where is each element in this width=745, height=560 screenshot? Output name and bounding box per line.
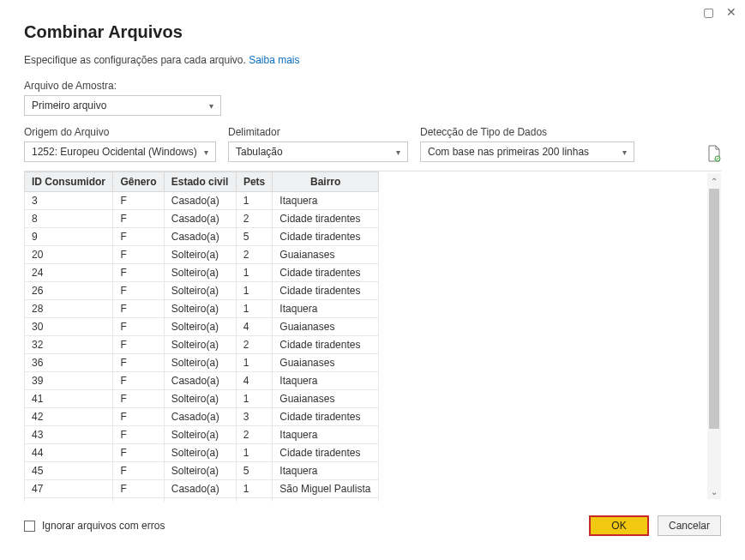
table-cell: 24 [25, 264, 113, 282]
table-cell: Guaianases [273, 246, 379, 264]
sample-file-label: Arquivo de Amostra: [24, 80, 721, 92]
chevron-down-icon: ▾ [396, 148, 400, 157]
table-cell: 1 [236, 192, 273, 210]
document-settings-icon[interactable] [707, 145, 721, 162]
maximize-icon[interactable]: ▢ [703, 5, 714, 19]
subtitle-text: Especifique as configurações para cada a… [24, 54, 246, 66]
table-cell: Casado(a) [164, 192, 236, 210]
table-row[interactable]: 47FCasado(a)1São Miguel Paulista [25, 480, 379, 498]
table-cell: F [113, 498, 164, 503]
table-cell: Itaquera [273, 462, 379, 480]
column-header[interactable]: ID Consumidor [25, 172, 113, 192]
table-row[interactable]: 32FSolteiro(a)2Cidade tiradentes [25, 336, 379, 354]
table-cell: 2 [236, 426, 273, 444]
table-row[interactable]: 43FSolteiro(a)2Itaquera [25, 426, 379, 444]
column-header[interactable]: Gênero [113, 172, 164, 192]
table-cell: F [113, 264, 164, 282]
preview-table: ID ConsumidorGêneroEstado civilPetsBairr… [24, 171, 721, 502]
table-cell: 41 [25, 390, 113, 408]
ok-button[interactable]: OK [589, 515, 649, 536]
table-row[interactable]: 41FSolteiro(a)1Guaianases [25, 390, 379, 408]
table-cell: Solteiro(a) [164, 246, 236, 264]
table-cell: 26 [25, 282, 113, 300]
table-cell: Solteiro(a) [164, 426, 236, 444]
delimiter-select[interactable]: Tabulação ▾ [228, 142, 408, 162]
table-cell: F [113, 210, 164, 228]
data-type-value: Com base nas primeiras 200 linhas [428, 146, 589, 158]
scrollbar-vertical[interactable]: ⌃ ⌄ [707, 173, 721, 499]
table-cell: Solteiro(a) [164, 444, 236, 462]
chevron-down-icon: ▾ [209, 101, 213, 111]
close-icon[interactable]: ✕ [726, 5, 736, 19]
table-cell: F [113, 336, 164, 354]
table-cell: 8 [25, 210, 113, 228]
table-cell: Casado(a) [164, 210, 236, 228]
scroll-up-icon[interactable]: ⌃ [707, 173, 721, 189]
table-row[interactable]: 26FSolteiro(a)1Cidade tiradentes [25, 282, 379, 300]
table-cell: Cidade tiradentes [273, 264, 379, 282]
table-cell: Casado(a) [164, 372, 236, 390]
table-cell: F [113, 462, 164, 480]
table-row[interactable]: 28FSolteiro(a)1Itaquera [25, 300, 379, 318]
chevron-down-icon: ▾ [204, 148, 208, 157]
table-row[interactable]: 39FCasado(a)4Itaquera [25, 372, 379, 390]
table-cell: F [113, 318, 164, 336]
table-cell: Itaquera [273, 372, 379, 390]
table-cell: Guaianases [273, 318, 379, 336]
table-cell: 1 [236, 444, 273, 462]
table-cell: Itaquera [273, 192, 379, 210]
table-cell: 36 [25, 354, 113, 372]
column-header[interactable]: Pets [236, 172, 273, 192]
table-cell: F [113, 408, 164, 426]
table-cell: Cidade tiradentes [273, 228, 379, 246]
table-cell: F [113, 372, 164, 390]
table-cell: F [113, 354, 164, 372]
scrollbar-track[interactable] [707, 189, 721, 484]
cancel-button[interactable]: Cancelar [658, 515, 721, 536]
table-cell: Solteiro(a) [164, 390, 236, 408]
checkbox-box[interactable] [24, 521, 35, 532]
table-cell: 45 [25, 462, 113, 480]
file-origin-select[interactable]: 1252: Europeu Ocidental (Windows) ▾ [24, 142, 216, 162]
table-cell: 47 [25, 480, 113, 498]
table-row[interactable]: 45FSolteiro(a)5Itaquera [25, 462, 379, 480]
table-cell: 2 [236, 210, 273, 228]
table-row[interactable]: 3FCasado(a)1Itaquera [25, 192, 379, 210]
dialog-title: Combinar Arquivos [24, 22, 721, 42]
table-cell: Cidade tiradentes [273, 282, 379, 300]
table-cell: 2 [236, 246, 273, 264]
table-row[interactable]: 48FCasado(a)1São Miguel Paulista [25, 498, 379, 503]
column-header[interactable]: Estado civil [164, 172, 236, 192]
table-row[interactable]: 8FCasado(a)2Cidade tiradentes [25, 210, 379, 228]
column-header[interactable]: Bairro [273, 172, 379, 192]
table-cell: Guaianases [273, 354, 379, 372]
scroll-down-icon[interactable]: ⌄ [707, 484, 721, 499]
learn-more-link[interactable]: Saiba mais [249, 54, 299, 66]
table-row[interactable]: 24FSolteiro(a)1Cidade tiradentes [25, 264, 379, 282]
table-row[interactable]: 9FCasado(a)5Cidade tiradentes [25, 228, 379, 246]
sample-file-value: Primeiro arquivo [32, 99, 106, 111]
table-row[interactable]: 30FSolteiro(a)4Guaianases [25, 318, 379, 336]
ignore-errors-checkbox[interactable]: Ignorar arquivos com erros [24, 520, 165, 532]
table-cell: 4 [236, 318, 273, 336]
scrollbar-thumb[interactable] [709, 189, 719, 429]
table-cell: F [113, 282, 164, 300]
table-cell: 1 [236, 480, 273, 498]
table-cell: Solteiro(a) [164, 462, 236, 480]
table-row[interactable]: 44FSolteiro(a)1Cidade tiradentes [25, 444, 379, 462]
table-cell: Guaianases [273, 390, 379, 408]
table-row[interactable]: 20FSolteiro(a)2Guaianases [25, 246, 379, 264]
table-cell: Casado(a) [164, 408, 236, 426]
table-cell: 42 [25, 408, 113, 426]
table-cell: 9 [25, 228, 113, 246]
sample-file-select[interactable]: Primeiro arquivo ▾ [24, 95, 221, 116]
table-row[interactable]: 42FCasado(a)3Cidade tiradentes [25, 408, 379, 426]
table-row[interactable]: 36FSolteiro(a)1Guaianases [25, 354, 379, 372]
table-cell: F [113, 444, 164, 462]
data-type-select[interactable]: Com base nas primeiras 200 linhas ▾ [420, 142, 634, 162]
table-cell: Itaquera [273, 426, 379, 444]
table-cell: Solteiro(a) [164, 282, 236, 300]
table-cell: Cidade tiradentes [273, 336, 379, 354]
table-cell: Solteiro(a) [164, 318, 236, 336]
ignore-errors-label: Ignorar arquivos com erros [42, 520, 165, 532]
